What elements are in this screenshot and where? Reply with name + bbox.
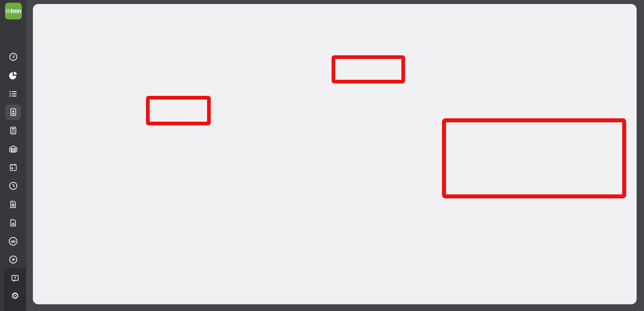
help-bubble-icon: ? bbox=[11, 274, 19, 283]
sidebar-item-pie-chart[interactable] bbox=[0, 66, 26, 84]
sidebar-item-list[interactable] bbox=[0, 84, 26, 103]
sidebar-item-dashboard[interactable] bbox=[0, 48, 26, 66]
sidebar-item-contacts[interactable] bbox=[0, 103, 26, 121]
main-panel bbox=[33, 4, 637, 304]
calendar-icon bbox=[9, 163, 17, 172]
sidebar-footer-section: ? ⚙ bbox=[4, 268, 26, 311]
warehouse-icon bbox=[9, 144, 18, 153]
sidebar: lmn $ bbox=[0, 0, 26, 311]
sidebar-nav: $ qb bbox=[0, 48, 26, 269]
logo-text: lmn bbox=[10, 7, 21, 15]
active-item-highlight bbox=[5, 105, 21, 120]
sidebar-item-calendar[interactable] bbox=[0, 158, 26, 177]
dashboard-gauge-icon bbox=[9, 52, 18, 61]
calculator-icon bbox=[9, 126, 17, 135]
svg-text:qb: qb bbox=[11, 239, 15, 243]
clock-icon bbox=[9, 181, 18, 190]
pie-chart-icon bbox=[9, 71, 18, 80]
sidebar-item-videos[interactable] bbox=[0, 250, 26, 269]
report-icon bbox=[9, 219, 17, 227]
sidebar-item-quickbooks[interactable]: qb bbox=[0, 232, 26, 250]
sidebar-item-calculator[interactable] bbox=[0, 121, 26, 140]
list-icon bbox=[9, 89, 17, 98]
sidebar-item-clock[interactable] bbox=[0, 177, 26, 195]
gear-icon: ⚙ bbox=[11, 291, 19, 301]
quickbooks-icon: qb bbox=[8, 237, 18, 246]
play-circle-icon bbox=[9, 255, 18, 264]
gauge-icon bbox=[5, 9, 10, 13]
invoice-icon: $ bbox=[9, 200, 17, 208]
svg-text:?: ? bbox=[14, 276, 16, 280]
contact-card-icon bbox=[9, 108, 17, 116]
sidebar-item-warehouse[interactable] bbox=[0, 140, 26, 158]
lmn-logo[interactable]: lmn bbox=[5, 3, 22, 19]
sidebar-item-reports[interactable] bbox=[0, 213, 26, 232]
sidebar-item-invoices[interactable]: $ bbox=[0, 195, 26, 213]
sidebar-item-settings[interactable]: ⚙ bbox=[11, 292, 19, 301]
sidebar-item-help[interactable]: ? bbox=[11, 274, 19, 284]
svg-text:$: $ bbox=[12, 204, 14, 206]
